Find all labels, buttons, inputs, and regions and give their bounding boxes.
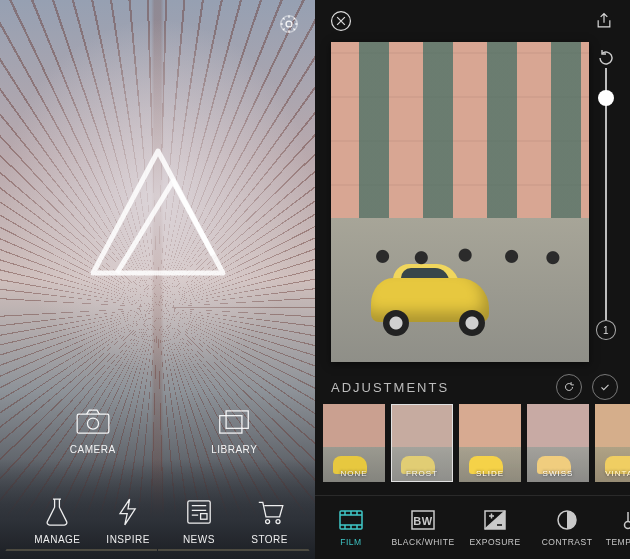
tool-label: BLACK/WHITE [391,537,454,547]
home-menu: CAMERA LIBRARY MANAGE INSPIRE [0,383,315,545]
svg-rect-5 [226,411,248,428]
library-label: LIBRARY [211,444,257,455]
svg-rect-4 [220,416,242,433]
camera-icon [74,406,112,438]
library-icon [215,406,253,438]
photo-canvas[interactable] [331,42,589,362]
svg-rect-7 [200,514,206,520]
store-button[interactable]: STORE [234,473,305,545]
undo-icon [562,380,576,394]
camera-button[interactable]: CAMERA [22,383,164,455]
close-button[interactable] [327,7,355,35]
slider-badge[interactable]: 1 [596,320,616,340]
filter-slide[interactable]: SLIDE [459,404,521,482]
svg-rect-6 [188,501,210,523]
tool-blackwhite[interactable]: BW BLACK/WHITE [387,496,459,559]
gear-icon [278,13,300,35]
bw-icon: BW [409,508,437,532]
undo-button[interactable] [556,374,582,400]
close-icon [329,9,353,33]
tool-label: FILM [340,537,361,547]
inspire-label: INSPIRE [106,534,150,545]
edited-photo [331,42,589,362]
manage-button[interactable]: MANAGE [22,473,93,545]
filter-none[interactable]: NONE [323,404,385,482]
reset-slider-button[interactable] [596,48,616,68]
share-button[interactable] [590,7,618,35]
filter-swiss[interactable]: SWISS [527,404,589,482]
tool-contrast[interactable]: CONTRAST [531,496,603,559]
editor-screen: 1 ADJUSTMENTS NONE FROST SLIDE [315,0,630,559]
filter-label: VINTAGE [595,469,630,478]
bolt-icon [109,496,147,528]
svg-rect-2 [77,414,109,433]
store-label: STORE [251,534,288,545]
filter-vintage[interactable]: VINTAGE [595,404,630,482]
tool-exposure[interactable]: EXPOSURE [459,496,531,559]
news-icon [180,496,218,528]
svg-point-0 [286,21,292,27]
filter-strip[interactable]: NONE FROST SLIDE SWISS VINTAGE [315,404,630,484]
svg-text:BW: BW [413,515,432,527]
thermometer-icon [614,508,630,532]
library-button[interactable]: LIBRARY [164,383,306,455]
filter-label: FROST [391,469,453,478]
slider-track[interactable] [605,68,607,320]
svg-point-8 [265,520,269,524]
inspire-button[interactable]: INSPIRE [93,473,164,545]
filter-frost[interactable]: FROST [391,404,453,482]
adjustments-header: ADJUSTMENTS [331,374,618,400]
tool-label: TEMPERA [606,537,630,547]
film-icon [337,508,365,532]
camera-label: CAMERA [70,444,116,455]
apply-button[interactable] [592,374,618,400]
section-title: ADJUSTMENTS [331,380,546,395]
filter-label: NONE [323,469,385,478]
tool-film[interactable]: FILM [315,496,387,559]
filter-label: SWISS [527,469,589,478]
svg-point-3 [87,418,98,429]
home-screen: CAMERA LIBRARY MANAGE INSPIRE [0,0,315,559]
svg-point-16 [625,522,631,529]
slider-knob[interactable] [598,90,614,106]
svg-point-1 [281,16,298,33]
share-icon [594,11,614,31]
news-button[interactable]: NEWS [164,473,235,545]
svg-point-9 [276,520,280,524]
contrast-icon [553,508,581,532]
tool-label: EXPOSURE [469,537,520,547]
filter-label: SLIDE [459,469,521,478]
cart-icon [251,496,289,528]
intensity-slider: 1 [594,48,618,340]
check-icon [598,380,612,394]
reset-icon [596,48,616,68]
tool-strip[interactable]: FILM BW BLACK/WHITE EXPOSURE C [315,495,630,559]
exposure-icon [481,508,509,532]
editor-topbar [315,0,630,42]
tool-temperature[interactable]: TEMPERA [603,496,630,559]
news-label: NEWS [183,534,215,545]
manage-label: MANAGE [34,534,80,545]
settings-button[interactable] [275,10,303,38]
tool-label: CONTRAST [542,537,593,547]
photo-car [371,258,499,336]
flask-icon [38,496,76,528]
